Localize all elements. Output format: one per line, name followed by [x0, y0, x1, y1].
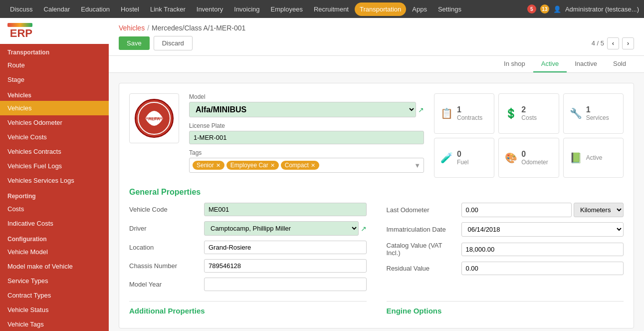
model-year-label: Model Year — [129, 281, 199, 288]
immatriculation-date-label: Immatriculation Date — [387, 226, 456, 233]
prop-location: Location — [129, 241, 367, 254]
badge-discuss[interactable]: 5 — [527, 4, 536, 13]
tag-employee-car: Employee Car ✕ — [226, 161, 279, 170]
sidebar-item-vehicle-tags[interactable]: Vehicle Tags — [0, 317, 109, 331]
breadcrumb-bar: Vehicles / Mercedes/Class A/1-MER-001 Sa… — [109, 18, 644, 56]
immatriculation-date-select[interactable]: 06/14/2018 — [461, 222, 624, 237]
model-select-row: Alfa/MINIBUS ↗ — [189, 102, 424, 117]
section-label-transportation: Transportation — [0, 44, 109, 58]
toolbar: Save Discard 4 / 5 ‹ › — [119, 36, 634, 55]
active-icon: 📗 — [570, 152, 582, 164]
sidebar-item-stage[interactable]: Stage — [0, 72, 109, 87]
nav-inventory[interactable]: Inventory — [192, 2, 228, 16]
form-area: ALFA Model Alfa/MINIBUS ↗ — [109, 73, 644, 331]
nav-transportation[interactable]: Transportation — [355, 2, 406, 16]
tags-field[interactable]: Senior ✕ Employee Car ✕ Compact ✕ ▼ — [189, 158, 424, 173]
residual-value-input[interactable] — [461, 262, 624, 275]
driver-select-row: Camptocamp, Phillipp Miller ↗ — [204, 221, 367, 236]
nav-hostel[interactable]: Hostel — [116, 2, 144, 16]
sidebar-item-costs[interactable]: Costs — [0, 202, 109, 216]
model-select[interactable]: Alfa/MINIBUS — [189, 102, 416, 117]
svg-rect-3 — [139, 117, 169, 119]
user-label[interactable]: Administrator (testcase...) — [565, 5, 639, 13]
chassis-input[interactable] — [204, 259, 367, 273]
tag-employee-car-remove[interactable]: ✕ — [270, 162, 275, 169]
prev-button[interactable]: ‹ — [607, 37, 619, 49]
nav-education[interactable]: Education — [76, 2, 115, 16]
sidebar-item-vehicles-contracts[interactable]: Vehicles Contracts — [0, 144, 109, 159]
nav-recruitment[interactable]: Recruitment — [309, 2, 354, 16]
catalog-value-label: Catalog Value (VAT Incl.) — [387, 242, 456, 257]
vehicle-code-input[interactable] — [204, 203, 367, 216]
logo-pencil-icon — [7, 23, 32, 27]
breadcrumb-separator: / — [147, 24, 149, 32]
nav-apps[interactable]: Apps — [407, 2, 432, 16]
logo-box: ERP — [7, 23, 32, 39]
vehicle-logo: ALFA — [129, 93, 179, 143]
top-navigation: Discuss Calendar Education Hostel Link T… — [0, 0, 644, 18]
fuel-info: 0 Fuel — [457, 150, 468, 166]
status-tab-active[interactable]: Active — [533, 56, 567, 72]
sidebar-item-vehicles[interactable]: Vehicles — [0, 101, 109, 115]
stat-fuel[interactable]: 🧪 0 Fuel — [434, 138, 494, 178]
sidebar-item-vehicle-model[interactable]: Vehicle Model — [0, 245, 109, 259]
stat-services[interactable]: 🔧 1 Services — [563, 93, 624, 134]
services-num: 1 — [586, 105, 609, 114]
status-tab-in-shop[interactable]: In shop — [496, 56, 533, 72]
sidebar: ERP Transportation Route Stage Vehicles … — [0, 18, 109, 331]
catalog-value-input[interactable] — [461, 243, 624, 256]
stat-odometer[interactable]: 🎨 0 Odometer — [498, 138, 559, 178]
tags-dropdown-icon[interactable]: ▼ — [414, 162, 421, 169]
nav-link-tracker[interactable]: Link Tracker — [145, 2, 191, 16]
driver-external-link-icon[interactable]: ↗ — [361, 225, 367, 233]
status-tab-inactive[interactable]: Inactive — [567, 56, 605, 72]
sidebar-item-indicative-costs[interactable]: Indicative Costs — [0, 216, 109, 231]
sidebar-item-vehicle-costs[interactable]: Vehicle Costs — [0, 130, 109, 144]
nav-discuss[interactable]: Discuss — [5, 2, 38, 16]
odometer-label: Odometer — [521, 159, 548, 166]
badge-messages[interactable]: 13 — [540, 4, 549, 13]
chassis-label: Chassis Number — [129, 262, 199, 270]
sidebar-item-vehicles-odometer[interactable]: Vehicles Odometer — [0, 115, 109, 130]
additional-properties-title: Additional Properties — [129, 301, 367, 318]
stat-contracts[interactable]: 📋 1 Contracts — [434, 93, 494, 134]
breadcrumb-parent[interactable]: Vehicles — [119, 24, 145, 32]
prop-model-year: Model Year — [129, 278, 367, 291]
sidebar-item-contract-types[interactable]: Contract Types — [0, 288, 109, 303]
sidebar-item-route[interactable]: Route — [0, 58, 109, 72]
stat-active[interactable]: 📗 Active — [563, 138, 624, 178]
stat-costs[interactable]: 💲 2 Costs — [498, 93, 559, 134]
tag-senior-remove[interactable]: ✕ — [216, 162, 220, 169]
nav-settings[interactable]: Settings — [433, 2, 466, 16]
tag-compact-remove[interactable]: ✕ — [311, 162, 315, 169]
section-label-reporting: Reporting — [0, 188, 109, 202]
nav-calendar[interactable]: Calendar — [39, 2, 75, 16]
odometer-unit-select[interactable]: Kilometers Miles — [574, 203, 624, 217]
breadcrumb: Vehicles / Mercedes/Class A/1-MER-001 — [119, 24, 634, 32]
model-external-link-icon[interactable]: ↗ — [418, 106, 424, 114]
sidebar-item-model-make[interactable]: Model make of Vehicle — [0, 259, 109, 274]
nav-employees[interactable]: Employees — [266, 2, 308, 16]
sidebar-item-service-types[interactable]: Service Types — [0, 274, 109, 288]
license-plate-input[interactable] — [189, 131, 424, 144]
status-tab-sold[interactable]: Sold — [605, 56, 634, 72]
sidebar-item-vehicles-fuel-logs[interactable]: Vehicles Fuel Logs — [0, 159, 109, 173]
additional-properties-section: Additional Properties — [129, 301, 367, 318]
model-year-input[interactable] — [204, 278, 367, 291]
prop-driver: Driver Camptocamp, Phillipp Miller ↗ — [129, 221, 367, 236]
form-top: ALFA Model Alfa/MINIBUS ↗ — [129, 93, 624, 178]
location-input[interactable] — [204, 241, 367, 254]
main-content: Vehicles / Mercedes/Class A/1-MER-001 Sa… — [109, 18, 644, 331]
tag-senior: Senior ✕ — [193, 161, 224, 170]
save-button[interactable]: Save — [119, 36, 150, 50]
user-icon: 👤 — [553, 5, 561, 13]
fuel-icon: 🧪 — [440, 152, 453, 164]
driver-select[interactable]: Camptocamp, Phillipp Miller — [204, 221, 359, 236]
odometer-icon: 🎨 — [505, 152, 517, 164]
last-odometer-input[interactable] — [461, 203, 572, 217]
sidebar-item-vehicles-services-logs[interactable]: Vehicles Services Logs — [0, 173, 109, 188]
discard-button[interactable]: Discard — [154, 36, 193, 50]
nav-invoicing[interactable]: Invoicing — [229, 2, 264, 16]
next-button[interactable]: › — [622, 37, 634, 49]
sidebar-item-vehicle-status[interactable]: Vehicle Status — [0, 303, 109, 317]
